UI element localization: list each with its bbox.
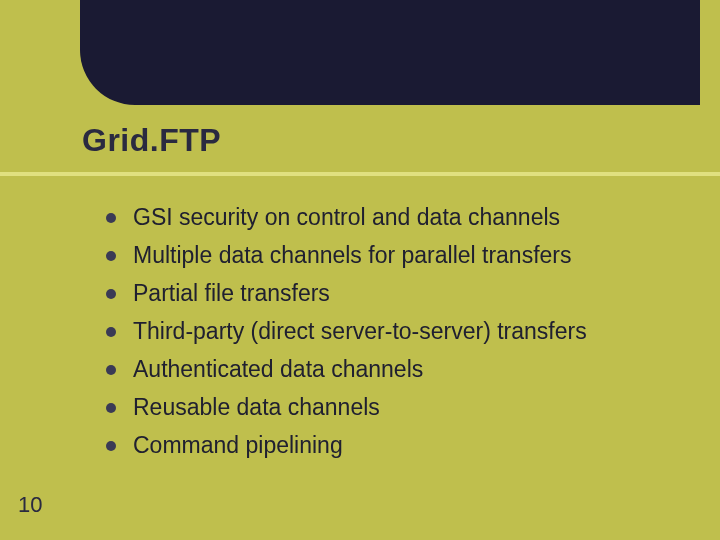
list-item: GSI security on control and data channel… xyxy=(106,202,666,233)
bullet-icon xyxy=(106,289,116,299)
bullet-icon xyxy=(106,213,116,223)
list-item: Multiple data channels for parallel tran… xyxy=(106,240,666,271)
list-item-text: Multiple data channels for parallel tran… xyxy=(133,240,572,271)
list-item: Partial file transfers xyxy=(106,278,666,309)
bullet-icon xyxy=(106,441,116,451)
bullet-icon xyxy=(106,365,116,375)
bullet-list: GSI security on control and data channel… xyxy=(106,202,666,468)
bullet-icon xyxy=(106,327,116,337)
list-item-text: Third-party (direct server-to-server) tr… xyxy=(133,316,587,347)
list-item: Third-party (direct server-to-server) tr… xyxy=(106,316,666,347)
list-item: Reusable data channels xyxy=(106,392,666,423)
list-item: Authenticated data channels xyxy=(106,354,666,385)
header-accent-block xyxy=(80,0,700,105)
bullet-icon xyxy=(106,251,116,261)
list-item-text: Partial file transfers xyxy=(133,278,330,309)
list-item-text: Reusable data channels xyxy=(133,392,380,423)
page-number: 10 xyxy=(18,492,42,518)
list-item-text: Authenticated data channels xyxy=(133,354,423,385)
list-item: Command pipelining xyxy=(106,430,666,461)
title-underline xyxy=(0,172,720,176)
slide-title: Grid.FTP xyxy=(82,122,221,159)
bullet-icon xyxy=(106,403,116,413)
slide: Grid.FTP GSI security on control and dat… xyxy=(0,0,720,540)
list-item-text: Command pipelining xyxy=(133,430,343,461)
list-item-text: GSI security on control and data channel… xyxy=(133,202,560,233)
